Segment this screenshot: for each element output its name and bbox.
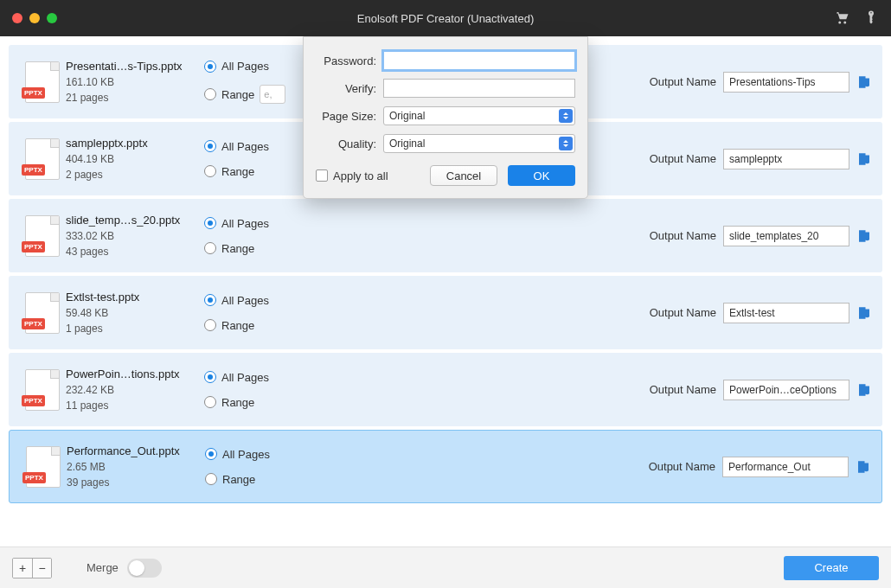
file-name: Extlst-test.pptx: [66, 291, 196, 304]
settings-icon[interactable]: [856, 151, 872, 167]
file-icon: PPTX: [19, 61, 66, 103]
file-size: 333.02 KB: [66, 230, 204, 242]
ok-button[interactable]: OK: [508, 165, 575, 186]
password-input[interactable]: [383, 51, 575, 70]
file-name: Presentati…s-Tips.pptx: [66, 60, 196, 73]
chevron-updown-icon: [559, 109, 573, 123]
titlebar: Enolsoft PDF Creator (Unactivated): [0, 0, 891, 36]
range-radio[interactable]: [204, 396, 216, 408]
file-icon: PPTX: [20, 446, 67, 488]
output-name-input[interactable]: [723, 380, 849, 400]
range-label: Range: [221, 396, 254, 409]
file-size: 232.42 KB: [66, 384, 204, 396]
range-radio[interactable]: [204, 165, 216, 177]
settings-sheet: Password: Verify: Page Size: Original Qu…: [303, 36, 588, 199]
output-name-input[interactable]: [723, 303, 849, 323]
settings-icon[interactable]: [856, 74, 872, 90]
filetype-badge: PPTX: [22, 87, 45, 99]
range-label: Range: [221, 88, 254, 101]
output-name-label: Output Name: [650, 383, 716, 396]
all-pages-label: All Pages: [221, 217, 269, 230]
all-pages-radio[interactable]: [204, 140, 216, 152]
file-row[interactable]: PPTX PowerPoin…tions.pptx 232.42 KB 11 p…: [9, 353, 882, 426]
range-label: Range: [221, 319, 254, 332]
all-pages-radio[interactable]: [205, 448, 217, 460]
file-size: 161.10 KB: [66, 76, 204, 88]
output-name-input[interactable]: [723, 72, 849, 93]
range-radio[interactable]: [204, 242, 216, 254]
file-pages: 39 pages: [67, 476, 205, 489]
add-file-button[interactable]: +: [13, 559, 32, 578]
quality-select[interactable]: Original: [383, 134, 575, 153]
create-button[interactable]: Create: [784, 556, 879, 580]
password-label: Password:: [316, 54, 383, 67]
output-name-label: Output Name: [650, 306, 716, 319]
pagesize-label: Page Size:: [316, 110, 383, 123]
quality-value: Original: [389, 137, 425, 150]
chevron-updown-icon: [559, 137, 573, 150]
range-input[interactable]: e,: [260, 85, 285, 104]
range-radio[interactable]: [204, 319, 216, 331]
all-pages-label: All Pages: [222, 448, 270, 461]
merge-label: Merge: [87, 561, 119, 574]
file-name: samplepptx.pptx: [66, 137, 196, 150]
cancel-button[interactable]: Cancel: [430, 165, 497, 186]
file-size: 404.19 KB: [66, 153, 204, 165]
footer-toolbar: + − Merge Create: [0, 546, 891, 588]
filetype-badge: PPTX: [22, 241, 45, 252]
settings-icon[interactable]: [856, 382, 872, 398]
file-pages: 43 pages: [66, 246, 204, 258]
file-icon: PPTX: [19, 215, 66, 257]
output-name-input[interactable]: [723, 149, 849, 169]
pagesize-value: Original: [389, 110, 425, 122]
filetype-badge: PPTX: [22, 472, 46, 483]
file-name: PowerPoin…tions.pptx: [66, 368, 196, 380]
output-name-input[interactable]: [722, 457, 849, 477]
verify-label: Verify:: [316, 82, 383, 95]
add-remove-group: + −: [12, 558, 52, 578]
file-pages: 21 pages: [66, 92, 204, 104]
output-name-input[interactable]: [723, 226, 849, 246]
all-pages-radio[interactable]: [204, 61, 216, 73]
range-label: Range: [222, 473, 255, 486]
all-pages-radio[interactable]: [204, 294, 216, 306]
filetype-badge: PPTX: [22, 395, 45, 406]
pagesize-select[interactable]: Original: [383, 106, 575, 125]
all-pages-label: All Pages: [221, 294, 269, 307]
all-pages-radio[interactable]: [204, 371, 216, 383]
file-row[interactable]: PPTX Performance_Out.pptx 2.65 MB 39 pag…: [9, 430, 882, 503]
file-row[interactable]: PPTX Extlst-test.pptx 59.48 KB 1 pages A…: [9, 276, 882, 349]
all-pages-radio[interactable]: [204, 217, 216, 229]
range-radio[interactable]: [205, 473, 217, 485]
apply-to-all-checkbox[interactable]: [316, 169, 328, 182]
filetype-badge: PPTX: [22, 164, 45, 176]
filetype-badge: PPTX: [22, 318, 45, 329]
file-icon: PPTX: [19, 292, 66, 334]
output-name-label: Output Name: [649, 460, 715, 473]
output-name-label: Output Name: [650, 152, 716, 165]
file-pages: 11 pages: [66, 399, 204, 412]
settings-icon[interactable]: [856, 305, 872, 321]
all-pages-label: All Pages: [221, 60, 269, 73]
file-pages: 1 pages: [66, 323, 204, 335]
window-title: Enolsoft PDF Creator (Unactivated): [0, 12, 891, 25]
output-name-label: Output Name: [650, 229, 716, 242]
all-pages-label: All Pages: [221, 140, 269, 153]
settings-icon[interactable]: [856, 228, 872, 244]
range-label: Range: [221, 242, 254, 255]
file-row[interactable]: PPTX slide_temp…s_20.pptx 333.02 KB 43 p…: [9, 199, 882, 272]
merge-toggle[interactable]: [127, 559, 162, 578]
remove-file-button[interactable]: −: [32, 559, 51, 578]
quality-label: Quality:: [316, 137, 383, 150]
output-name-label: Output Name: [650, 75, 716, 88]
range-radio[interactable]: [204, 88, 216, 100]
settings-icon[interactable]: [856, 459, 871, 475]
file-icon: PPTX: [19, 369, 66, 411]
file-name: Performance_Out.pptx: [67, 444, 196, 457]
verify-input[interactable]: [383, 79, 575, 98]
file-pages: 2 pages: [66, 169, 204, 181]
file-size: 59.48 KB: [66, 307, 204, 319]
file-size: 2.65 MB: [67, 461, 205, 473]
range-label: Range: [221, 165, 254, 178]
file-name: slide_temp…s_20.pptx: [66, 214, 196, 227]
